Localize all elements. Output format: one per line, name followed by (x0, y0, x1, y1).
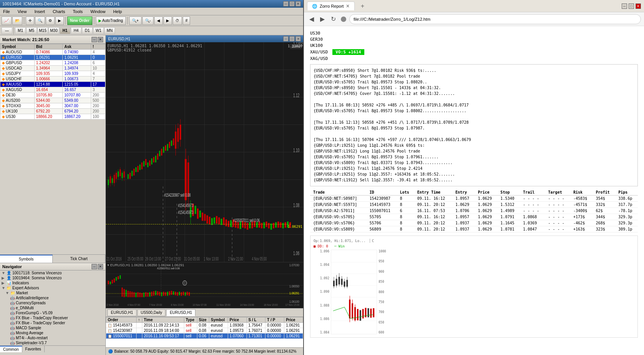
scroll-right-btn[interactable]: ▶ (164, 17, 172, 25)
browser-back-btn[interactable]: ◀ (307, 15, 316, 24)
nav-ea-fxs[interactable]: 🤖FX Blue - TradeCopy Sender (0, 320, 105, 325)
menu-view[interactable]: View (16, 8, 28, 15)
mw-row[interactable]: ◆XAGUSD 16.654 16.657 3 (0, 87, 105, 93)
chart-restore-btn[interactable]: □ (289, 36, 295, 41)
chart-close-btn[interactable]: ✕ (295, 36, 301, 41)
trade-entry-time: 16.11. 07:53 (414, 208, 452, 214)
svg-rect-145 (123, 289, 125, 297)
nav-ea-fxr[interactable]: 🤖FX Blue - TradeCopy Receiver (0, 315, 105, 320)
zorro-tab[interactable]: 🌐 Zorro Report ✕ (307, 2, 355, 10)
chart-tab-3[interactable]: EURUSD,H1 (166, 309, 195, 316)
tf-line-btn[interactable]: — (2, 27, 12, 34)
menu-help[interactable]: Help (112, 8, 123, 15)
tf-h1[interactable]: H1 (60, 27, 70, 34)
browser-forward-btn[interactable]: ▶ (318, 15, 327, 24)
tab-common[interactable]: Common (0, 346, 22, 352)
nav-ea-mt4[interactable]: 🤖MT4i - Auto-restart (0, 335, 105, 340)
trade-id: 55706 (367, 220, 397, 226)
menu-insert[interactable]: Insert (33, 8, 47, 15)
mw-row[interactable]: ◆USDCAD 1.34964 1.34974 10 (0, 66, 105, 71)
crosshair-btn[interactable]: ✛ (26, 17, 34, 25)
period-btn[interactable]: ⏱ (173, 17, 182, 25)
nav-ea-ai[interactable]: 🤖ArtificialIntelligence (0, 295, 105, 300)
grid-btn[interactable]: # (183, 17, 190, 25)
menu-tools[interactable]: Tools (71, 8, 84, 15)
zoom-out-btn[interactable]: 🔍- (142, 17, 153, 25)
menu-file[interactable]: File (2, 8, 12, 15)
indicator-btn[interactable]: ⚙ (46, 17, 55, 25)
mw-minimize-btn[interactable]: ─ (92, 37, 97, 42)
autotrade-btn[interactable]: ▶ AutoTrading (96, 17, 126, 25)
mw-row[interactable]: ◆USDJPY 109.935 109.939 4 (0, 71, 105, 76)
tab-tick-chart[interactable]: Tick Chart (53, 255, 105, 263)
new-order-btn[interactable]: New Order (67, 17, 92, 25)
svg-rect-48 (145, 159, 147, 165)
restore-btn[interactable]: □ (289, 1, 295, 7)
browser-close-btn[interactable]: ✕ (636, 3, 641, 9)
new-chart-btn[interactable]: 📈 (2, 17, 12, 25)
chart-tab-2[interactable]: US500,Daily (137, 309, 166, 316)
mw-close-btn[interactable]: ✕ (98, 37, 103, 42)
trade-profit: 354$ (593, 196, 616, 202)
nav-close-btn[interactable]: ✕ (98, 264, 103, 269)
tf-mn[interactable]: MN (104, 27, 115, 34)
tab-favorites[interactable]: Favorites (22, 346, 45, 352)
close-btn[interactable]: ✕ (295, 1, 301, 7)
browser-minimize-btn[interactable]: ─ (622, 3, 627, 9)
mw-row[interactable]: ◆US30 18866.20 18867.20 100 (0, 114, 105, 119)
menu-charts[interactable]: Charts (51, 8, 67, 15)
tf-m1[interactable]: M1 (15, 27, 26, 34)
order-row[interactable]: 📋 154145973 2016.11.09 22:14:13 sell 0.0… (106, 323, 303, 328)
nav-ea-dn[interactable]: 🤖e_DNMulti (0, 305, 105, 310)
order-row[interactable]: 📋 155007011 2016.11.16 09:53:17 sell 0.0… (106, 333, 303, 339)
tf-d1[interactable]: D1 (82, 27, 93, 34)
scroll-left-btn[interactable]: ◀ (154, 17, 163, 25)
nav-market-folder[interactable]: ▼📁 Market (0, 290, 105, 295)
mw-row[interactable]: ◆AUS200 5344.00 5349.00 500 (0, 98, 105, 103)
nav-ea-macd[interactable]: 🤖MACD Sample (0, 325, 105, 330)
nav-ea-ma[interactable]: 🤖Moving Average (0, 330, 105, 335)
nav-ea-fg[interactable]: 🤖ForexGumpG - V5.09 (0, 310, 105, 315)
expert-btn[interactable]: ▶ (55, 17, 64, 25)
nav-minimize-btn[interactable]: ─ (92, 264, 97, 269)
chart-tab-1[interactable]: EURUSD,H1 (107, 309, 137, 316)
zorro-tab-close-btn[interactable]: ✕ (346, 3, 350, 9)
main-chart[interactable]: EURUSD,H1 1.06281 1.06350 1.06244 1.0629… (106, 42, 303, 262)
nav-ea-cs[interactable]: 🤖CurrencySpreads (0, 300, 105, 305)
mw-row[interactable]: ◆UK100 6792.20 6794.20 200 (0, 109, 105, 114)
svg-rect-223 (360, 310, 361, 321)
address-bar[interactable] (349, 14, 641, 24)
mini-chart[interactable]: ▾ EURUSD,H1 1.06281 1.06350 1.06244 1.06… (106, 262, 303, 308)
tf-m5[interactable]: M5 (26, 27, 37, 34)
nav-account-1[interactable]: ▼👤 10017118: Somma Vincenzo (0, 270, 105, 275)
svg-rect-158 (149, 292, 150, 297)
mw-row[interactable]: ◆USDCHF 1.00666 1.00673 7 (0, 76, 105, 82)
tf-w1[interactable]: W1 (93, 27, 104, 34)
nav-expert-advisors[interactable]: ▼📁 Expert Advisors (0, 285, 105, 290)
open-btn[interactable]: 📂 (12, 17, 22, 25)
mw-row[interactable]: ◆STOXX0 3045.00 3047.00 200 (0, 103, 105, 109)
magnify-btn[interactable]: 🔍 (35, 17, 45, 25)
order-row[interactable]: 📋 154230987 2016.11.09 18:14:00 sell 0.0… (106, 328, 303, 333)
tf-m30[interactable]: M30 (48, 27, 59, 34)
zoom-in-btn[interactable]: 🔍+ (129, 17, 142, 25)
menu-window[interactable]: Window (89, 8, 107, 15)
mw-row[interactable]: ◆EURUSD 1.06291 1.06291 0 (0, 55, 105, 60)
browser-restore-btn[interactable]: □ (629, 3, 634, 9)
chart-tabs: EURUSD,H1 US500,Daily EURUSD,H1 (106, 308, 303, 317)
minimize-btn[interactable]: ─ (283, 1, 289, 7)
mw-row[interactable]: ◆GBPUSD 1.24202 1.24208 6 (0, 60, 105, 66)
chart-minimize-btn[interactable]: ─ (283, 36, 289, 41)
mw-row[interactable]: ◆DE30 10705.80 10707.80 200 (0, 93, 105, 98)
nav-ea-simple[interactable]: 🤖Simpletrader-V3.7 (0, 340, 105, 345)
tf-m15[interactable]: M15 (37, 27, 48, 34)
browser-refresh-btn[interactable]: ↻ (329, 15, 338, 24)
trade-row: [EUR/USD:NET:S5973] 154145973 8 09.11. 2… (310, 202, 638, 208)
mw-row[interactable]: ◆AUDUSD 0.74086 0.74090 4 (0, 50, 105, 55)
tf-h4[interactable]: H4 (71, 27, 82, 34)
nav-indicators[interactable]: ▶📊 Indicators (0, 280, 105, 285)
mw-row[interactable]: ◆XAUUSD 1214.88 1215.05 17 (0, 82, 105, 87)
tab-symbols[interactable]: Symbols (0, 255, 53, 263)
zorro-new-tab-btn[interactable]: + (358, 2, 367, 11)
nav-account-2[interactable]: ▶👤 10019464: Somma Vincenzo (0, 275, 105, 280)
